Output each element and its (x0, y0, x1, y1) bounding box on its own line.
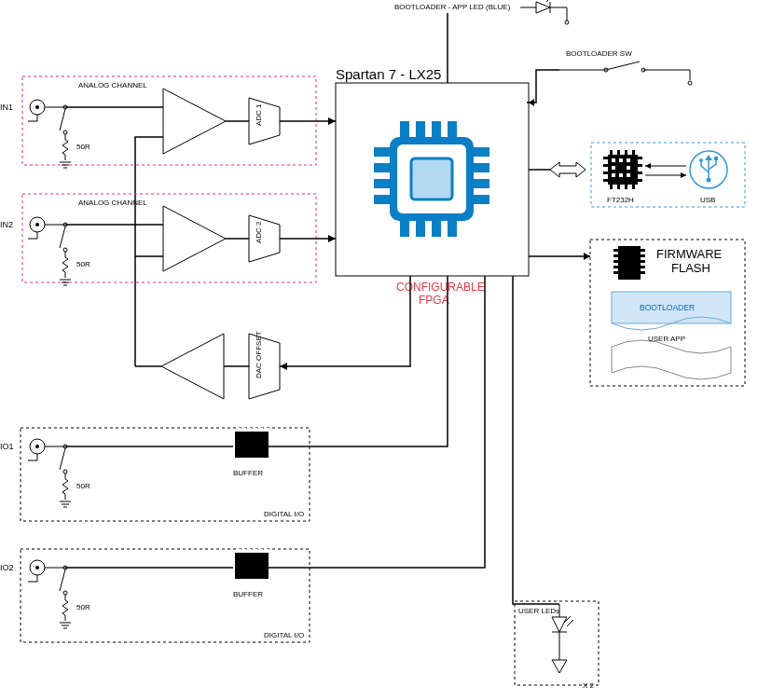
svg-text:BOOTLOADER: BOOTLOADER (640, 303, 695, 312)
svg-rect-9 (432, 121, 441, 137)
svg-rect-45 (255, 428, 257, 432)
flash-chip-icon (613, 246, 645, 280)
fpga-title: Spartan 7 - LX25 (336, 66, 441, 82)
svg-rect-12 (416, 221, 425, 237)
svg-rect-22 (474, 195, 489, 204)
svg-marker-28 (328, 117, 336, 125)
svg-rect-96 (638, 172, 642, 174)
svg-rect-67 (243, 579, 246, 583)
svg-rect-68 (249, 579, 252, 583)
ch1-connector-icon (28, 100, 65, 121)
svg-text:ADC 1: ADC 1 (255, 103, 263, 126)
ch2-amp-icon (163, 206, 226, 271)
svg-point-24 (35, 105, 39, 109)
bidir-arrow-icon (550, 162, 586, 177)
ft232h-label: FT232H (607, 196, 634, 204)
io2-in: IO2 (0, 563, 14, 572)
io2-connector-icon (28, 560, 65, 582)
svg-point-38 (35, 445, 39, 448)
svg-rect-42 (238, 428, 241, 432)
svg-rect-41 (235, 432, 269, 458)
svg-marker-34 (328, 235, 336, 242)
svg-rect-75 (619, 158, 623, 162)
svg-rect-43 (243, 428, 246, 432)
io1-res: 50R (76, 482, 90, 490)
svg-rect-107 (613, 249, 618, 252)
svg-marker-98 (645, 163, 651, 169)
fpga-chip-icon (374, 121, 489, 237)
svg-rect-84 (625, 150, 627, 155)
svg-text:BUFFER: BUFFER (233, 590, 263, 598)
ch1-label: ANALOG CHANNEL (78, 81, 147, 89)
svg-rect-82 (610, 150, 613, 155)
svg-rect-64 (260, 549, 263, 553)
svg-rect-95 (638, 164, 642, 167)
ch1-adc-icon: ADC 1 (249, 98, 280, 144)
svg-rect-110 (613, 266, 618, 268)
svg-rect-11 (400, 221, 409, 237)
svg-rect-74 (612, 158, 615, 162)
bootloader-led-label: BOOTLOADER - APP LED (BLUE) (394, 3, 511, 11)
svg-rect-10 (448, 121, 457, 137)
svg-point-40 (63, 470, 67, 474)
flash-title-1: FIRMWARE (656, 247, 723, 261)
ch2-label: ANALOG CHANNEL (78, 199, 147, 207)
svg-rect-13 (432, 221, 441, 237)
svg-text:USER APP: USER APP (648, 335, 685, 343)
svg-rect-47 (266, 428, 269, 432)
io1-buffer-icon: BUFFER (233, 428, 269, 477)
svg-marker-104 (705, 155, 712, 160)
svg-rect-51 (255, 458, 257, 461)
io1-in: IO1 (0, 442, 14, 451)
ft232h-chip-icon (603, 150, 642, 189)
svg-rect-15 (374, 147, 390, 157)
analog-ch1-box (22, 76, 316, 165)
svg-rect-70 (260, 579, 263, 583)
svg-rect-97 (638, 179, 642, 182)
analog-ch2-box (22, 194, 316, 282)
io1-connector-icon (28, 439, 65, 460)
fpga-sub1: CONFIGURABLE (396, 281, 485, 294)
svg-rect-7 (400, 121, 409, 137)
svg-rect-61 (243, 549, 246, 553)
svg-rect-103 (714, 157, 718, 160)
io2-res: 50R (76, 603, 90, 611)
svg-rect-89 (632, 185, 635, 189)
svg-text:BUFFER: BUFFER (233, 469, 263, 477)
svg-marker-36 (280, 363, 287, 370)
svg-rect-88 (625, 185, 627, 189)
svg-point-32 (63, 248, 67, 252)
switch-icon (559, 62, 692, 85)
svg-marker-105 (584, 253, 590, 260)
svg-rect-71 (266, 579, 269, 583)
svg-rect-46 (260, 428, 263, 432)
svg-rect-59 (235, 553, 269, 579)
svg-rect-14 (448, 221, 457, 237)
io2-buffer-icon: BUFFER (233, 549, 269, 598)
svg-rect-18 (374, 195, 390, 204)
svg-rect-53 (266, 458, 269, 461)
svg-rect-8 (416, 121, 425, 137)
svg-rect-44 (249, 428, 252, 432)
ch2-adc-icon: ADC 2 (249, 215, 280, 262)
svg-rect-50 (249, 458, 252, 461)
svg-rect-94 (638, 157, 642, 159)
svg-rect-49 (243, 458, 246, 461)
bootloader-sw-label: BOOTLOADER SW (566, 49, 632, 58)
svg-rect-92 (603, 172, 608, 174)
svg-rect-108 (613, 254, 618, 257)
svg-text:ADC 2: ADC 2 (255, 221, 263, 243)
svg-rect-52 (260, 458, 263, 461)
svg-point-26 (63, 130, 67, 134)
fpga-sub2: FPGA (419, 294, 449, 307)
svg-point-3 (688, 81, 692, 85)
led-icon (520, 0, 569, 24)
svg-rect-62 (249, 549, 252, 553)
usb-label: USB (700, 196, 715, 204)
svg-rect-81 (627, 173, 630, 177)
svg-rect-17 (374, 179, 390, 188)
svg-rect-79 (612, 173, 615, 177)
svg-rect-69 (255, 579, 257, 583)
svg-rect-115 (641, 266, 645, 268)
ch2-connector-icon (28, 217, 65, 239)
